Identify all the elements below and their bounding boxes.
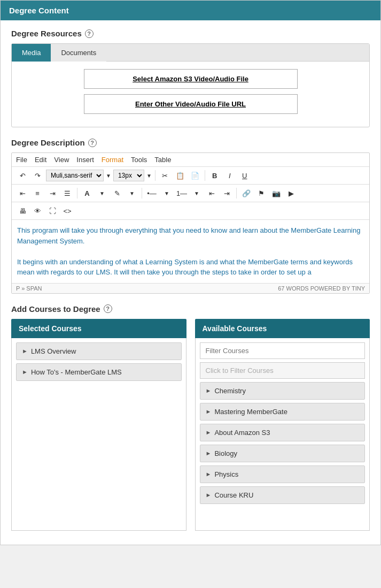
fullscreen-button[interactable]: ⛶ bbox=[46, 204, 59, 217]
font-size-dropdown-icon: ▼ bbox=[146, 173, 152, 179]
degree-resources-help-icon[interactable]: ? bbox=[85, 29, 94, 38]
add-courses-help-icon[interactable]: ? bbox=[104, 304, 112, 313]
editor-toolbar1: ↶ ↷ Muli,sans-serif ▼ 13px ▼ ✂ 📋 📄 B bbox=[12, 167, 369, 185]
toolbar-sep-3 bbox=[77, 188, 77, 198]
ordered-list-button[interactable]: 1— bbox=[175, 187, 188, 200]
s3-video-button[interactable]: Select Amazon S3 Video/Audio File bbox=[84, 69, 298, 89]
avail-arrow-1: ► bbox=[206, 408, 212, 415]
menu-view[interactable]: View bbox=[54, 156, 69, 164]
highlight-button[interactable]: ✎ bbox=[111, 187, 123, 200]
ordered-list-dropdown[interactable]: ▼ bbox=[190, 187, 203, 200]
add-courses-section: Add Courses to Degree ? Selected Courses… bbox=[11, 304, 370, 531]
italic-button[interactable]: I bbox=[223, 169, 236, 182]
paste-button[interactable]: 📄 bbox=[189, 169, 201, 182]
menu-tools[interactable]: Tools bbox=[131, 156, 147, 164]
indent-button[interactable]: ⇥ bbox=[220, 187, 233, 200]
cut-button[interactable]: ✂ bbox=[159, 169, 172, 182]
tab-documents[interactable]: Documents bbox=[51, 44, 106, 62]
available-courses-col: Available Courses Click to Filter Course… bbox=[195, 319, 370, 531]
link-button[interactable]: 🔗 bbox=[240, 187, 253, 200]
page-header: Degree Content bbox=[1, 1, 380, 20]
bold-button[interactable]: B bbox=[208, 169, 221, 182]
copy-button[interactable]: 📋 bbox=[174, 169, 186, 182]
preview-button[interactable]: 👁 bbox=[31, 204, 44, 217]
avail-arrow-3: ► bbox=[206, 450, 212, 456]
unordered-list-button[interactable]: •— bbox=[145, 187, 158, 200]
avail-arrow-4: ► bbox=[206, 471, 212, 477]
toolbar-sep-2 bbox=[205, 170, 205, 181]
resources-box: Media Documents Select Amazon S3 Video/A… bbox=[11, 43, 370, 127]
font-size-select[interactable]: 13px bbox=[113, 170, 144, 181]
source-button[interactable]: <> bbox=[61, 204, 74, 217]
filter-courses-input[interactable] bbox=[200, 342, 366, 359]
underline-button[interactable]: U bbox=[238, 169, 251, 182]
font-family-select[interactable]: Muli,sans-serif bbox=[46, 170, 104, 181]
page-title: Degree Content bbox=[9, 6, 69, 15]
font-dropdown-icon: ▼ bbox=[106, 173, 111, 179]
courses-columns: Selected Courses ► LMS Overview ► How To… bbox=[11, 319, 370, 531]
editor-toolbar3: 🖶 👁 ⛶ <> bbox=[12, 202, 369, 220]
menu-format[interactable]: Format bbox=[102, 156, 123, 164]
menu-file[interactable]: File bbox=[16, 156, 27, 164]
toolbar-sep-4 bbox=[142, 188, 142, 198]
align-right-button[interactable]: ⇥ bbox=[46, 187, 59, 200]
editor-word-count: 67 WORDS POWERED BY TINY bbox=[278, 285, 365, 292]
avail-arrow-2: ► bbox=[206, 429, 212, 436]
tabs-row: Media Documents bbox=[12, 44, 369, 62]
avail-arrow-5: ► bbox=[206, 492, 212, 498]
text-color-dropdown[interactable]: ▼ bbox=[96, 187, 108, 200]
degree-description-label: Degree Description ? bbox=[11, 138, 370, 147]
add-courses-label: Add Courses to Degree ? bbox=[11, 304, 370, 314]
bookmark-button[interactable]: ⚑ bbox=[255, 187, 268, 200]
tab-content-media: Select Amazon S3 Video/Audio File Enter … bbox=[12, 62, 369, 127]
page-container: Degree Content Degree Resources ? Media … bbox=[0, 0, 381, 545]
editor-paragraph-2: It begins with an understanding of what … bbox=[17, 257, 364, 278]
editor-path: P » SPAN bbox=[16, 285, 42, 292]
editor-content[interactable]: This program will take you through every… bbox=[12, 220, 369, 283]
toolbar-sep-5 bbox=[236, 188, 237, 198]
highlight-dropdown[interactable]: ▼ bbox=[126, 187, 138, 200]
selected-courses-body: ► LMS Overview ► How To's - MemberGate L… bbox=[11, 338, 186, 531]
available-course-item-0[interactable]: ► Chemistry bbox=[200, 382, 366, 400]
degree-resources-label: Degree Resources ? bbox=[11, 29, 370, 38]
text-color-button[interactable]: A bbox=[81, 187, 94, 200]
selected-courses-header: Selected Courses bbox=[11, 319, 186, 338]
avail-arrow-0: ► bbox=[206, 387, 212, 394]
toolbar-sep-1 bbox=[155, 170, 155, 181]
print-button[interactable]: 🖶 bbox=[16, 204, 29, 217]
media-button[interactable]: ▶ bbox=[285, 187, 298, 200]
editor-menubar: File Edit View Insert Format Tools Table bbox=[12, 153, 369, 167]
undo-button[interactable]: ↶ bbox=[16, 169, 29, 182]
image-button[interactable]: 📷 bbox=[270, 187, 283, 200]
filter-courses-button[interactable]: Click to Filter Courses bbox=[200, 362, 366, 379]
url-video-button[interactable]: Enter Other Video/Audio File URL bbox=[84, 94, 298, 114]
available-course-item-1[interactable]: ► Mastering MemberGate bbox=[200, 403, 366, 421]
outdent-button[interactable]: ⇤ bbox=[205, 187, 218, 200]
align-center-button[interactable]: ≡ bbox=[31, 187, 44, 200]
align-left-button[interactable]: ⇤ bbox=[16, 187, 29, 200]
tab-media[interactable]: Media bbox=[12, 44, 51, 62]
available-course-item-4[interactable]: ► Physics bbox=[200, 465, 366, 483]
available-course-item-5[interactable]: ► Course KRU bbox=[200, 486, 366, 504]
selected-course-item-1[interactable]: ► How To's - MemberGate LMS bbox=[16, 363, 182, 381]
available-course-item-2[interactable]: ► About Amazon S3 bbox=[200, 424, 366, 441]
unordered-list-dropdown[interactable]: ▼ bbox=[160, 187, 173, 200]
degree-description-section: Degree Description ? File Edit View Inse… bbox=[11, 138, 370, 294]
align-justify-button[interactable]: ☰ bbox=[61, 187, 74, 200]
selected-course-item-0[interactable]: ► LMS Overview bbox=[16, 342, 182, 360]
degree-description-help-icon[interactable]: ? bbox=[88, 139, 97, 147]
editor-footer: P » SPAN 67 WORDS POWERED BY TINY bbox=[12, 283, 369, 293]
available-courses-body: Click to Filter Courses ► Chemistry ► Ma… bbox=[195, 338, 370, 531]
editor-toolbar2: ⇤ ≡ ⇥ ☰ A ▼ ✎ ▼ •— ▼ 1— ▼ ⇤ ⇥ bbox=[12, 185, 369, 202]
available-courses-header: Available Courses bbox=[195, 319, 370, 338]
menu-table[interactable]: Table bbox=[154, 156, 171, 164]
course-arrow-1: ► bbox=[22, 369, 28, 375]
page-body: Degree Resources ? Media Documents Selec… bbox=[1, 20, 380, 545]
redo-button[interactable]: ↷ bbox=[31, 169, 44, 182]
available-course-item-3[interactable]: ► Biology bbox=[200, 445, 366, 462]
menu-insert[interactable]: Insert bbox=[76, 156, 94, 164]
course-arrow-0: ► bbox=[22, 348, 28, 354]
menu-edit[interactable]: Edit bbox=[35, 156, 46, 164]
editor-paragraph-1: This program will take you through every… bbox=[17, 225, 364, 246]
selected-courses-col: Selected Courses ► LMS Overview ► How To… bbox=[11, 319, 186, 531]
